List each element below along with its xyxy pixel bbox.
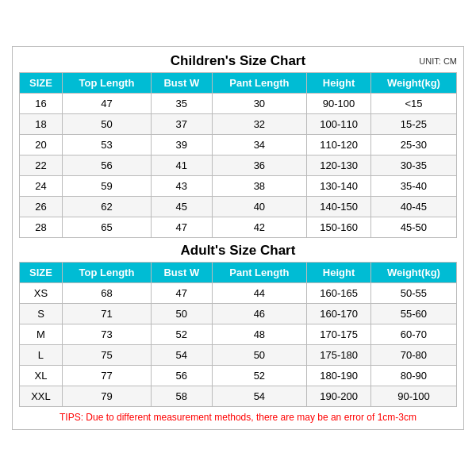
children-body: 1647353090-100<1518503732100-11015-25205… (20, 94, 457, 238)
children-col-bust: Bust W (152, 73, 213, 94)
adult-section: Adult's Size Chart SIZE Top Length Bust … (19, 243, 457, 407)
table-row: XL775652180-19080-90 (20, 366, 457, 386)
table-row: 28654742150-16045-50 (20, 217, 457, 238)
children-table: SIZE Top Length Bust W Pant Length Heigh… (19, 72, 457, 238)
table-row: M735248170-17560-70 (20, 324, 457, 345)
table-row: S715046160-17055-60 (20, 304, 457, 324)
table-row: XS684744160-16550-55 (20, 283, 457, 304)
children-col-pant: Pant Length (212, 73, 307, 94)
table-row: L755450175-18070-80 (20, 345, 457, 366)
table-row: 1647353090-100<15 (20, 94, 457, 114)
adult-col-weight: Weight(kg) (370, 263, 456, 283)
children-col-size: SIZE (20, 73, 63, 94)
children-section-title: Children's Size Chart (171, 53, 305, 69)
adult-table: SIZE Top Length Bust W Pant Length Heigh… (19, 262, 457, 407)
size-chart-container: Children's Size Chart UNIT: CM SIZE Top … (12, 46, 464, 430)
adult-col-pant: Pant Length (212, 263, 307, 283)
tips-text: TIPS: Due to different measurement metho… (19, 412, 457, 423)
adult-col-top-length: Top Length (62, 263, 151, 283)
adult-header-row: SIZE Top Length Bust W Pant Length Heigh… (20, 263, 457, 283)
children-title-row: Children's Size Chart UNIT: CM (19, 53, 457, 69)
table-row: 24594338130-14035-40 (20, 176, 457, 197)
adult-col-bust: Bust W (152, 263, 213, 283)
adult-section-title: Adult's Size Chart (181, 243, 296, 259)
adult-title-row: Adult's Size Chart (19, 243, 457, 259)
adult-col-size: SIZE (20, 263, 63, 283)
children-col-top-length: Top Length (62, 73, 151, 94)
table-row: XXL795854190-20090-100 (20, 386, 457, 407)
table-row: 18503732100-11015-25 (20, 114, 457, 135)
children-header-row: SIZE Top Length Bust W Pant Length Heigh… (20, 73, 457, 94)
table-row: 26624540140-15040-45 (20, 197, 457, 217)
adult-body: XS684744160-16550-55S715046160-17055-60M… (20, 283, 457, 407)
children-col-height: Height (307, 73, 371, 94)
table-row: 20533934110-12025-30 (20, 135, 457, 155)
adult-col-height: Height (307, 263, 371, 283)
children-col-weight: Weight(kg) (370, 73, 456, 94)
table-row: 22564136120-13030-35 (20, 155, 457, 176)
unit-label: UNIT: CM (419, 56, 457, 66)
